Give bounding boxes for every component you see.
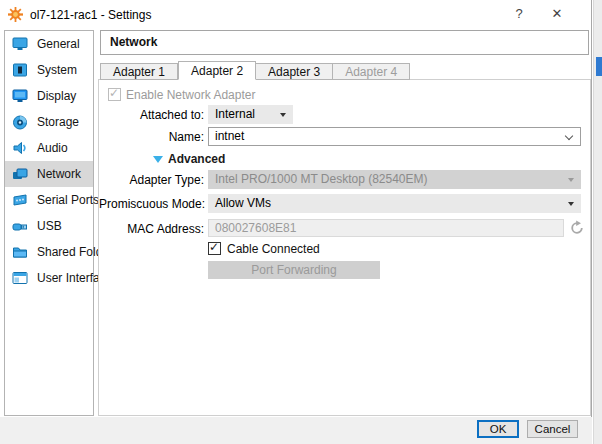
sidebar-item-serial-ports[interactable]: Serial Ports [5,187,93,213]
network-icon [12,167,29,182]
enable-network-adapter-label: Enable Network Adapter [126,88,255,102]
adapter-2-panel: ✓ Enable Network Adapter Attached to: In… [98,79,591,416]
attached-to-label: Attached to: [99,108,204,122]
general-icon [12,37,29,52]
cancel-button[interactable]: Cancel [527,420,578,438]
checkmark-icon: ✓ [109,86,119,100]
adapter-type-value: Intel PRO/1000 MT Desktop (82540EM) [215,172,428,186]
audio-icon [12,141,29,156]
system-icon [12,63,29,78]
titlebar: ol7-121-rac1 - Settings ? ✕ [0,0,591,29]
close-button[interactable]: ✕ [546,4,568,24]
port-forwarding-button: Port Forwarding [208,261,380,279]
sidebar-item-label: Audio [37,141,68,155]
tab-adapter-1[interactable]: Adapter 1 [100,63,178,80]
tab-adapter-4: Adapter 4 [333,63,410,80]
name-label: Name: [99,130,204,144]
sidebar-item-network[interactable]: Network [5,161,93,187]
display-icon [12,89,29,104]
serial-ports-icon [12,193,29,208]
promiscuous-mode-value: Allow VMs [215,196,271,210]
sidebar-item-label: Network [37,167,81,181]
tab-adapter-2[interactable]: Adapter 2 [178,61,256,80]
cable-connected-label: Cable Connected [227,242,320,256]
name-combobox[interactable]: intnet [208,127,581,146]
adapter-type-label: Adapter Type: [99,173,204,187]
dialog-footer: OK Cancel [0,417,592,444]
sidebar-item-display[interactable]: Display [5,83,93,109]
usb-icon [12,219,29,234]
attached-to-dropdown[interactable]: Internal Network [208,105,293,124]
sidebar-item-label: Serial Ports [37,193,99,207]
sidebar-item-user-interface[interactable]: User Interface [5,265,93,291]
shared-folders-icon [12,245,29,260]
checkmark-icon: ✓ [209,240,219,254]
sidebar-item-general[interactable]: General [5,31,93,57]
window: ol7-121-rac1 - Settings ? ✕ General Syst… [0,0,592,444]
dropdown-arrow-icon [280,113,286,117]
sidebar-item-storage[interactable]: Storage [5,109,93,135]
virtualbox-settings-icon [8,7,23,22]
cable-connected-checkbox[interactable]: ✓ [208,242,221,255]
right-edge-scrollbar[interactable] [593,0,602,444]
chevron-down-icon [565,132,573,140]
sidebar-item-label: General [37,37,80,51]
sidebar-item-audio[interactable]: Audio [5,135,93,161]
user-interface-icon [12,271,29,286]
scrollbar-thumb[interactable] [596,57,602,76]
ok-button[interactable]: OK [477,420,519,438]
promiscuous-mode-dropdown[interactable]: Allow VMs [208,194,581,213]
sidebar-item-label: USB [37,219,62,233]
enable-network-adapter-checkbox: ✓ [108,88,121,101]
sidebar-item-usb[interactable]: USB [5,213,93,239]
settings-sidebar: General System Display Storage [4,30,94,416]
dropdown-arrow-icon [568,178,574,182]
adapter-tabs: Adapter 1 Adapter 2 Adapter 3 Adapter 4 [100,61,410,80]
adapter-type-dropdown: Intel PRO/1000 MT Desktop (82540EM) [208,170,581,189]
window-title: ol7-121-rac1 - Settings [30,8,151,22]
sidebar-item-label: Display [37,89,76,103]
name-value: intnet [215,129,244,143]
storage-icon [12,115,29,130]
refresh-mac-icon [569,220,585,236]
settings-dialog: ol7-121-rac1 - Settings ? ✕ General Syst… [0,0,602,444]
page-header: Network [100,30,589,55]
sidebar-item-shared-folders[interactable]: Shared Folders [5,239,93,265]
advanced-label: Advanced [168,152,225,166]
advanced-toggle[interactable]: Advanced [153,152,225,166]
collapse-triangle-icon [153,156,163,163]
sidebar-item-system[interactable]: System [5,57,93,83]
help-button[interactable]: ? [508,4,530,24]
page-title: Network [101,31,588,54]
tab-adapter-3[interactable]: Adapter 3 [256,63,333,80]
dropdown-arrow-icon [568,202,574,206]
promiscuous-mode-label: Promiscuous Mode: [99,197,204,211]
sidebar-item-label: Storage [37,115,79,129]
mac-address-field: 080027608E81 [208,219,564,237]
mac-address-label: MAC Address: [99,222,204,236]
sidebar-item-label: System [37,63,77,77]
mac-address-value: 080027608E81 [215,221,296,235]
